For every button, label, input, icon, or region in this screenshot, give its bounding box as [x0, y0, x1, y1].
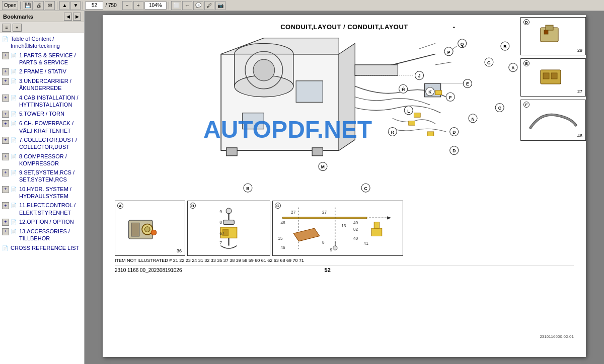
sidebar-item-undercarrier[interactable]: + 📄 3.UNDERCARRIER / ÅKUNDERREDE [0, 76, 84, 93]
undercarrier-expand[interactable]: + [2, 78, 9, 85]
sub-a-letter: A [117, 203, 123, 209]
zoom-out-button[interactable]: − [122, 1, 132, 10]
sidebar-item-crossref[interactable]: 📄 CROSS REFERENCE LIST [0, 243, 84, 252]
sidebar-item-frame[interactable]: + 📄 2.FRAME / STATIV [0, 67, 84, 76]
sidebar-item-parts[interactable]: + 📄 1.PARTS & SERVICE / PARTS & SERVICE [0, 51, 84, 67]
tree-area: 📄 Table of Content / Innehållsförtecknin… [0, 33, 84, 364]
hydr-expand[interactable]: + [2, 186, 9, 193]
svg-text:8: 8 [322, 240, 325, 245]
parts-icon: 📄 [11, 52, 18, 59]
sidebar-item-accessories[interactable]: + 📄 13.ACCESSORIES / TILLBEHÖR [0, 227, 84, 243]
corner-f-number: 46 [577, 133, 582, 138]
open-button[interactable]: Open [2, 1, 18, 10]
svg-text:N: N [471, 117, 474, 122]
compressor-expand[interactable]: + [2, 153, 9, 160]
bookmarks-header: Bookmarks ◀ ▶ [0, 11, 84, 22]
sub-box-c: C 27 27 46 46 [272, 201, 403, 256]
collector-icon: 📄 [11, 137, 18, 143]
svg-text:Q: Q [461, 42, 464, 47]
accessories-expand[interactable]: + [2, 228, 9, 235]
bookmarks-header-buttons: ◀ ▶ [64, 13, 81, 21]
corner-e-number: 27 [577, 89, 582, 94]
fit-width-button[interactable]: ↔ [182, 1, 192, 10]
hydr-icon: 📄 [11, 186, 18, 193]
setrcs-expand[interactable]: + [2, 169, 9, 176]
snapshot-button[interactable]: 📷 [215, 1, 225, 10]
save-button[interactable]: 💾 [23, 1, 33, 10]
svg-rect-109 [374, 222, 379, 228]
svg-text:27: 27 [322, 210, 327, 215]
svg-marker-99 [387, 216, 391, 219]
sidebar-item-hydr[interactable]: + 📄 10.HYDR. SYSTEM / HYDRAULSYSTEM [0, 185, 84, 201]
svg-text:15: 15 [278, 236, 283, 241]
collector-expand[interactable]: + [2, 137, 9, 144]
sidebar-item-elect[interactable]: + 📄 11.ELECT.CONTROL / ELEKT.STYRENHET [0, 201, 84, 217]
expand-panel-button[interactable]: ▶ [73, 13, 81, 21]
sidebar-item-tower[interactable]: + 📄 5.TOWER / TORN [0, 109, 84, 119]
svg-text:67: 67 [219, 231, 224, 236]
sidebar-item-powerpack[interactable]: + 📄 6.CH. POWERPACK / VÄLJ KRAFTENHET [0, 119, 84, 135]
sidebar-options-button[interactable]: ≡ [2, 24, 11, 32]
tower-expand[interactable]: + [2, 111, 9, 118]
svg-point-76 [151, 230, 157, 235]
email-button[interactable]: ✉ [45, 1, 55, 10]
zoom-input[interactable] [144, 2, 167, 10]
sidebar-item-compressor[interactable]: + 📄 8.COMPRESSOR / KOMPRESSOR [0, 152, 84, 168]
svg-rect-68 [544, 30, 548, 34]
doc-number: 2310 1166 00_202308191026 [115, 267, 182, 273]
option-label: 12.OPTION / OPTION [19, 218, 82, 225]
svg-text:G: G [487, 60, 491, 65]
corner-box-e: E 27 [520, 58, 586, 97]
powerpack-expand[interactable]: + [2, 120, 9, 127]
svg-point-75 [144, 227, 150, 232]
sub-a-number: 36 [177, 248, 182, 253]
separator-5 [169, 2, 169, 10]
sidebar-toolbar: ≡ + [0, 22, 84, 33]
corner-d-number: 29 [577, 48, 582, 53]
sidebar-item-option[interactable]: + 📄 12.OPTION / OPTION [0, 217, 84, 227]
main-diagram-area: Q P B G A [115, 33, 574, 199]
sub-box-a: A 36 [115, 201, 185, 256]
corner-f-letter: F [523, 102, 530, 108]
highlight-button[interactable]: 🖊 [204, 1, 214, 10]
svg-text:J: J [418, 73, 421, 78]
collapse-panel-button[interactable]: ◀ [64, 13, 72, 21]
parts-expand[interactable]: + [2, 52, 9, 59]
nav-prev-button[interactable]: ▲ [59, 1, 69, 10]
toolbar: Open 💾 🖨 ✉ ▲ ▼ / 750 − + ⬜ ↔ 💬 🖊 📷 [0, 0, 604, 11]
separator-1 [20, 2, 21, 10]
hydr-label: 10.HYDR. SYSTEM / HYDRAULSYSTEM [19, 186, 82, 200]
comment-button[interactable]: 💬 [193, 1, 203, 10]
sidebar-item-setrcs[interactable]: + 📄 9.SET,SYSTEM,RCS / SET,SYSTEM,RCS [0, 168, 84, 185]
sidebar-item-cab[interactable]: + 📄 4.CAB INSTALLATION / HYTTINSTALLATIO… [0, 93, 84, 110]
sidebar-item-collector[interactable]: + 📄 7.COLLECTOR,DUST / COLLECTOR,DUST [0, 135, 84, 152]
fit-page-button[interactable]: ⬜ [171, 1, 181, 10]
separator-4 [120, 2, 120, 10]
svg-rect-70 [543, 73, 549, 79]
svg-rect-64 [409, 121, 415, 126]
option-expand[interactable]: + [2, 219, 9, 226]
main-diagram-svg: Q P B G A [115, 33, 574, 199]
corner-d-letter: D [523, 19, 530, 25]
corner-box-d: D 29 [520, 17, 586, 55]
svg-text:D: D [452, 148, 456, 153]
cab-expand[interactable]: + [2, 95, 9, 102]
nav-next-button[interactable]: ▼ [70, 1, 81, 10]
sidebar-add-button[interactable]: + [13, 24, 22, 32]
elect-expand[interactable]: + [2, 202, 9, 209]
compressor-label: 8.COMPRESSOR / KOMPRESSOR [19, 153, 82, 167]
undercarrier-label: 3.UNDERCARRIER / ÅKUNDERREDE [19, 77, 82, 92]
svg-rect-108 [371, 228, 382, 236]
setrcs-label: 9.SET,SYSTEM,RCS / SET,SYSTEM,RCS [19, 169, 82, 184]
sub-c-letter: C [275, 203, 281, 209]
print-button[interactable]: 🖨 [34, 1, 44, 10]
frame-expand[interactable]: + [2, 68, 9, 75]
accessories-label: 13.ACCESSORIES / TILLBEHÖR [19, 228, 82, 242]
corner-boxes: D 29 E [520, 17, 586, 141]
sidebar-item-toc[interactable]: 📄 Table of Content / Innehållsförtecknin… [0, 34, 84, 51]
svg-text:P: P [447, 50, 450, 55]
page-number-input[interactable] [85, 2, 103, 10]
pdf-page: CONDUIT,LAYOUT / CONDUIT,LAYOUT - AUTOPD… [103, 15, 586, 357]
zoom-in-button[interactable]: + [133, 1, 143, 10]
svg-rect-10 [243, 113, 264, 129]
